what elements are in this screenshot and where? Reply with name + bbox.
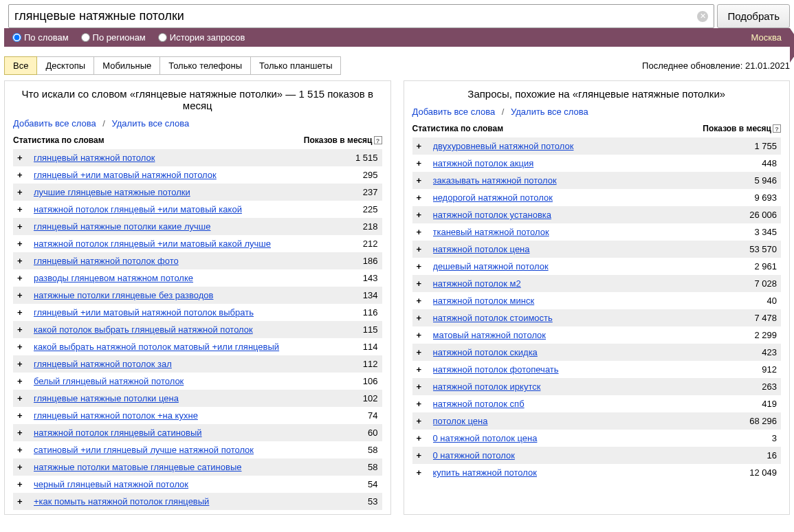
add-icon[interactable]: + [417,141,426,151]
keyword-link[interactable]: натяжной потолок акция [433,158,729,168]
keyword-link[interactable]: разводы глянцевом натяжном потолке [34,273,330,283]
keyword-link[interactable]: черный глянцевый натяжной потолок [34,479,330,489]
keyword-link[interactable]: какой выбрать натяжной потолок матовый +… [34,342,330,352]
add-icon[interactable]: + [417,227,426,237]
keyword-link[interactable]: натяжной потолок глянцевый +или матовый … [34,204,330,214]
add-icon[interactable]: + [17,187,27,197]
keyword-link[interactable]: натяжной потолок стоимость [433,313,729,323]
keyword-link[interactable]: глянцевый +или матовый натяжной потолок … [34,307,330,318]
radio-by-regions[interactable]: По регионам [81,32,146,43]
keyword-link[interactable]: недорогой натяжной потолок [433,192,729,203]
add-icon[interactable]: + [17,376,27,386]
del-all-left[interactable]: Удалить все слова [112,118,190,129]
keyword-link[interactable]: глянцевый натяжной потолок [34,153,330,163]
keyword-link[interactable]: глянцевый натяжной потолок зал [34,359,330,369]
keyword-link[interactable]: натяжной потолок минск [433,296,729,306]
help-icon[interactable]: ? [374,136,382,144]
keyword-link[interactable]: натяжные потолки глянцевые без разводов [34,290,330,300]
tab-desktops[interactable]: Десктопы [37,57,94,74]
tab-all[interactable]: Все [4,56,37,75]
keyword-link[interactable]: натяжной потолок установка [433,210,729,220]
keyword-link[interactable]: матовый натяжной потолок [433,330,729,340]
keyword-link[interactable]: натяжные потолки матовые глянцевые сатин… [34,462,330,472]
add-icon[interactable]: + [17,479,27,489]
add-icon[interactable]: + [17,170,27,180]
add-icon[interactable]: + [417,192,426,203]
add-icon[interactable]: + [17,428,27,438]
keyword-link[interactable]: тканевый натяжной потолок [433,227,729,237]
keyword-link[interactable]: заказывать натяжной потолок [433,175,729,186]
keyword-link[interactable]: купить натяжной потолок [433,467,729,478]
add-icon[interactable]: + [417,330,426,340]
add-icon[interactable]: + [417,347,426,357]
submit-button[interactable]: Подобрать [717,4,790,28]
del-all-right[interactable]: Удалить все слова [511,107,588,117]
add-all-right[interactable]: Добавить все слова [412,107,496,117]
keyword-link[interactable]: дешевый натяжной потолок [433,261,729,271]
keyword-link[interactable]: натяжной потолок цена [433,244,729,254]
tab-phones[interactable]: Только телефоны [160,57,251,74]
add-icon[interactable]: + [417,416,426,426]
add-icon[interactable]: + [417,175,426,186]
add-icon[interactable]: + [417,364,426,375]
search-input[interactable] [14,6,697,26]
add-icon[interactable]: + [17,256,27,266]
add-icon[interactable]: + [17,359,27,369]
add-icon[interactable]: + [17,462,27,472]
add-icon[interactable]: + [17,342,27,352]
add-icon[interactable]: + [17,410,27,421]
keyword-link[interactable]: натяжной потолок фотопечать [433,364,729,375]
keyword-link[interactable]: какой потолок выбрать глянцевый натяжной… [34,324,330,335]
keyword-link[interactable]: натяжной потолок спб [433,399,729,409]
add-icon[interactable]: + [417,399,426,409]
add-icon[interactable]: + [417,158,426,168]
keyword-link[interactable]: натяжной потолок м2 [433,278,729,289]
region-selector[interactable]: Москва [751,32,782,43]
keyword-link[interactable]: лучшие глянцевые натяжные потолки [34,187,330,197]
add-icon[interactable]: + [417,261,426,271]
add-icon[interactable]: + [417,210,426,220]
add-icon[interactable]: + [17,153,27,163]
add-icon[interactable]: + [417,296,426,306]
keyword-link[interactable]: сатиновый +или глянцевый лучше натяжной … [34,445,330,455]
add-icon[interactable]: + [17,393,27,403]
keyword-link[interactable]: натяжной потолок иркутск [433,381,729,392]
add-icon[interactable]: + [17,324,27,335]
add-icon[interactable]: + [417,467,426,478]
keyword-link[interactable]: +как помыть натяжной потолок глянцевый [34,496,330,507]
add-icon[interactable]: + [417,450,426,461]
add-icon[interactable]: + [17,204,27,214]
keyword-link[interactable]: глянцевый натяжной потолок фото [34,256,330,266]
add-icon[interactable]: + [17,290,27,300]
keyword-link[interactable]: 0 натяжной потолок [433,450,729,461]
add-all-left[interactable]: Добавить все слова [13,118,96,129]
add-icon[interactable]: + [417,313,426,323]
add-icon[interactable]: + [17,445,27,455]
radio-by-words[interactable]: По словам [12,32,69,43]
add-icon[interactable]: + [417,244,426,254]
add-icon[interactable]: + [17,307,27,318]
radio-history[interactable]: История запросов [158,32,245,43]
keyword-link[interactable]: двухуровневый натяжной потолок [433,141,729,151]
tab-mobile[interactable]: Мобильные [94,57,160,74]
clear-icon[interactable]: ✕ [697,11,708,22]
add-icon[interactable]: + [17,221,27,232]
keyword-link[interactable]: 0 натяжной потолок цена [433,433,729,443]
keyword-link[interactable]: потолок цена [433,416,729,426]
add-icon[interactable]: + [17,239,27,249]
add-icon[interactable]: + [17,496,27,507]
keyword-link[interactable]: глянцевые натяжные потолки цена [34,393,330,403]
add-icon[interactable]: + [417,381,426,392]
tab-tablets[interactable]: Только планшеты [251,57,340,74]
keyword-link[interactable]: глянцевый +или матовый натяжной потолок [34,170,330,180]
add-icon[interactable]: + [417,278,426,289]
keyword-link[interactable]: натяжной потолок глянцевый сатиновый [34,428,330,438]
add-icon[interactable]: + [417,433,426,443]
add-icon[interactable]: + [17,273,27,283]
help-icon[interactable]: ? [773,124,781,133]
keyword-link[interactable]: глянцевый натяжные потолки какие лучше [34,221,330,232]
keyword-link[interactable]: натяжной потолок скидка [433,347,729,357]
keyword-link[interactable]: натяжной потолок глянцевый +или матовый … [34,239,330,249]
keyword-link[interactable]: белый глянцевый натяжной потолок [34,376,330,386]
keyword-link[interactable]: глянцевый натяжной потолок +на кухне [34,410,330,421]
